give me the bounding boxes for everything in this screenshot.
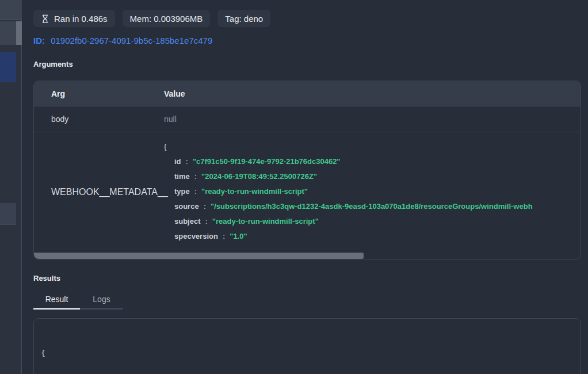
job-id-label: ID: xyxy=(33,36,45,45)
arg-name: body xyxy=(34,115,164,124)
json-entry: specversion:"1.0" xyxy=(164,229,581,244)
duration-badge: Ran in 0.486s xyxy=(33,10,115,27)
duration-badge-label: Ran in 0.486s xyxy=(54,14,108,24)
horizontal-scrollbar-thumb[interactable] xyxy=(34,253,364,259)
json-value: "ready-to-run-windmill-script" xyxy=(201,187,308,196)
tag-badge: Tag: deno xyxy=(217,10,270,27)
json-value: "2024-06-19T08:49:52.2500726Z" xyxy=(201,172,317,181)
rail-item[interactable] xyxy=(0,21,16,45)
memory-badge-label: Mem: 0.003906MB xyxy=(130,14,203,24)
json-colon: : xyxy=(194,187,197,196)
json-colon: : xyxy=(205,217,208,226)
json-entry: id:"c7f91c50-9f19-474e-9792-21b76dc30462… xyxy=(164,154,581,169)
tab-result[interactable]: Result xyxy=(33,291,80,310)
result-json-viewer: { "str": "default arg", "union": "Hello … xyxy=(33,318,581,374)
table-row: WEBHOOK__METADATA__ { id:"c7f91c50-9f19-… xyxy=(34,132,581,252)
table-row: body null xyxy=(34,106,581,132)
hourglass-icon xyxy=(41,14,49,24)
arguments-table-header: Arg Value xyxy=(34,81,581,106)
arg-column-header: Arg xyxy=(34,89,164,98)
code-open-brace: { xyxy=(41,348,574,359)
arg-value-null: null xyxy=(164,115,581,124)
json-key: id xyxy=(174,157,181,166)
json-key: type xyxy=(174,187,190,196)
json-colon: : xyxy=(194,172,197,181)
value-column-header: Value xyxy=(164,89,581,98)
json-key: source xyxy=(174,202,199,211)
rail-item-selected[interactable] xyxy=(0,52,16,82)
json-key: specversion xyxy=(174,232,218,241)
job-id-value[interactable]: 01902fb0-2967-4091-9b5c-185be1e7c479 xyxy=(51,36,212,45)
json-entry: source:"/subscriptions/h3c3qw-d1232-4asd… xyxy=(164,199,581,214)
json-key: time xyxy=(174,172,190,181)
metadata-json-value: { id:"c7f91c50-9f19-474e-9792-21b76dc304… xyxy=(164,132,581,252)
rail-vertical-scrollbar[interactable] xyxy=(16,21,22,45)
json-entry: time:"2024-06-19T08:49:52.2500726Z" xyxy=(164,169,581,184)
left-rail-panel xyxy=(0,0,22,374)
memory-badge: Mem: 0.003906MB xyxy=(123,10,211,27)
json-value: "c7f91c50-9f19-474e-9792-21b76dc30462" xyxy=(193,157,341,166)
job-run-detail-panel: Ran in 0.486s Mem: 0.003906MB Tag: deno … xyxy=(22,0,588,374)
tag-badge-label: Tag: deno xyxy=(225,14,263,24)
job-id-line: ID: 01902fb0-2967-4091-9b5c-185be1e7c479 xyxy=(33,36,581,45)
horizontal-scrollbar-track[interactable] xyxy=(34,252,581,259)
json-value: "1.0" xyxy=(230,232,247,241)
json-colon: : xyxy=(186,157,188,166)
json-entry: type:"ready-to-run-windmill-script" xyxy=(164,184,581,199)
json-open-brace: { xyxy=(164,139,581,154)
tab-logs[interactable]: Logs xyxy=(80,291,123,310)
run-stats-row: Ran in 0.486s Mem: 0.003906MB Tag: deno xyxy=(33,10,581,27)
rail-item-top[interactable] xyxy=(0,0,22,20)
results-tabs: Result Logs xyxy=(33,291,581,310)
json-value: "ready-to-run-windmill-script" xyxy=(212,217,319,226)
results-heading: Results xyxy=(33,274,581,283)
json-entry: subject:"ready-to-run-windmill-script" xyxy=(164,214,581,229)
arg-name: WEBHOOK__METADATA__ xyxy=(34,187,164,197)
json-colon: : xyxy=(223,232,225,241)
json-colon: : xyxy=(204,202,206,211)
rail-item[interactable] xyxy=(0,203,16,225)
json-key: subject xyxy=(174,217,201,226)
json-value: "/subscriptions/h3c3qw-d1232-4asdk-9easd… xyxy=(211,202,533,211)
arguments-table: Arg Value body null WEBHOOK__METADATA__ … xyxy=(33,81,581,259)
arguments-heading: Arguments xyxy=(33,60,581,68)
